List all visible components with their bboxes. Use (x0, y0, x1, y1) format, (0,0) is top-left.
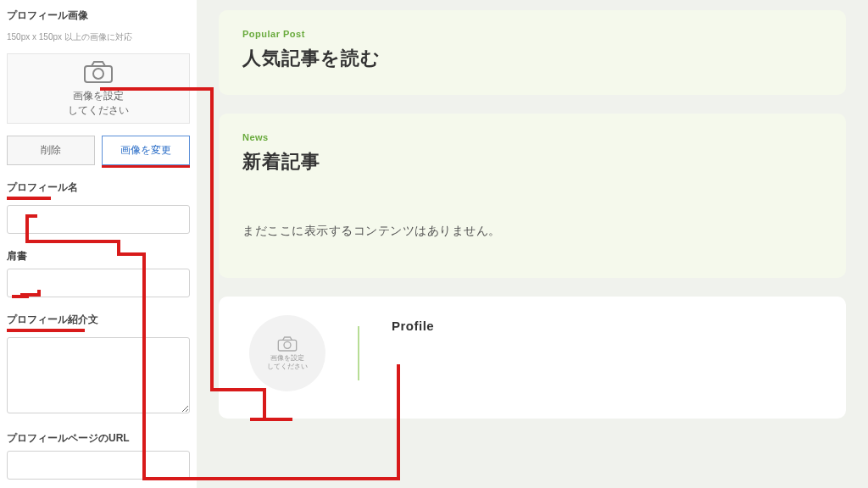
delete-button[interactable]: 削除 (7, 136, 95, 165)
intro-textarea[interactable] (7, 337, 190, 413)
profile-name-label: プロフィール名 (7, 180, 190, 200)
popular-eyebrow: Popular Post (242, 29, 822, 39)
role-label-text: 肩書 (7, 250, 27, 262)
main-content: Popular Post 人気記事を読む News 新着記事 まだここに表示する… (197, 0, 868, 488)
news-card: News 新着記事 まだここに表示するコンテンツはありません。 (219, 114, 846, 278)
news-eyebrow: News (242, 132, 822, 142)
sidebar: プロフィール画像 150px x 150px 以上の画像に対応 画像を設定 して… (0, 0, 197, 488)
role-label: 肩書 (7, 249, 190, 263)
intro-section: プロフィール紹介文 (7, 313, 190, 416)
camera-icon (277, 336, 298, 352)
url-section: プロフィールページのURL (7, 431, 190, 480)
profile-name-label-text: プロフィール名 (7, 181, 78, 193)
upload-placeholder-text: 画像を設定 してください (68, 89, 129, 118)
role-section: 肩書 (7, 249, 190, 297)
avatar-line-2: してください (267, 363, 308, 371)
image-upload-area[interactable]: 画像を設定 してください (7, 53, 190, 124)
avatar-text: 画像を設定 してください (267, 354, 308, 372)
image-hint: 150px x 150px 以上の画像に対応 (7, 31, 190, 43)
svg-point-3 (284, 341, 291, 348)
intro-label-text: プロフィール紹介文 (7, 313, 98, 325)
image-buttons: 削除 画像を変更 (7, 136, 190, 165)
image-section-title: プロフィール画像 (7, 8, 190, 23)
svg-point-1 (93, 69, 103, 79)
url-input[interactable] (7, 451, 190, 480)
avatar-line-1: 画像を設定 (267, 354, 308, 363)
camera-icon (83, 60, 114, 84)
profile-preview-card: 画像を設定 してください Profile (219, 297, 846, 419)
profile-heading: Profile (392, 319, 434, 333)
news-empty-message: まだここに表示するコンテンツはありません。 (242, 224, 822, 239)
profile-name-input[interactable] (7, 205, 190, 234)
popular-post-card: Popular Post 人気記事を読む (219, 10, 846, 95)
popular-title: 人気記事を読む (242, 46, 822, 71)
upload-line-1: 画像を設定 (68, 89, 129, 103)
upload-line-2: してください (68, 103, 129, 118)
profile-divider (358, 326, 359, 380)
news-title: 新着記事 (242, 149, 822, 175)
role-input[interactable] (7, 269, 190, 297)
intro-label: プロフィール紹介文 (7, 313, 190, 332)
avatar-placeholder: 画像を設定 してください (249, 315, 326, 391)
url-label: プロフィールページのURL (7, 431, 190, 446)
profile-name-section: プロフィール名 (7, 180, 190, 234)
change-image-button[interactable]: 画像を変更 (102, 136, 190, 165)
